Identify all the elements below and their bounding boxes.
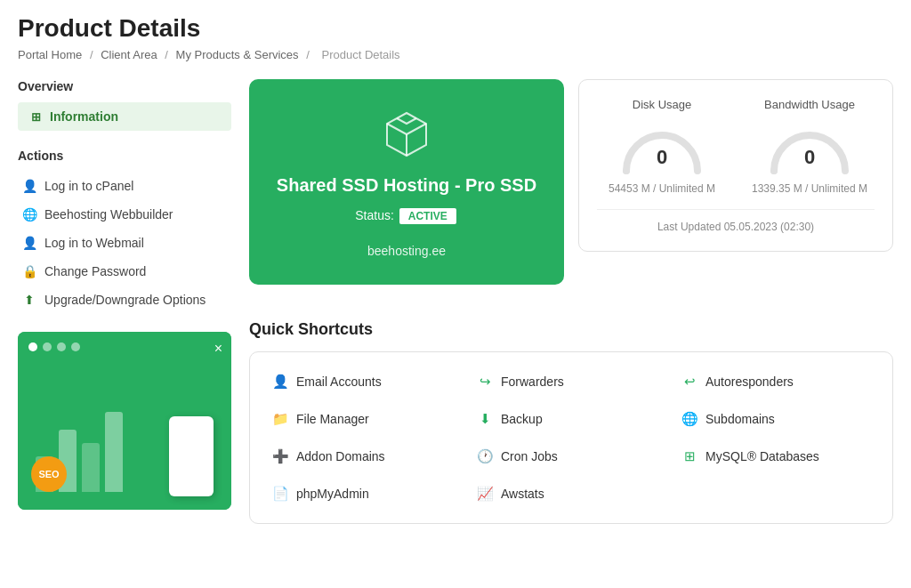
breadcrumb: Portal Home / Client Area / My Products … — [18, 48, 893, 61]
shortcut-awstats-label: Awstats — [501, 487, 544, 501]
stats-row: Disk Usage 0 54453 M / Unlimited M — [597, 98, 875, 195]
promo-seo-badge: SEO — [31, 456, 67, 492]
product-status-label: Status: — [355, 208, 394, 222]
action-change-password-label: Change Password — [44, 264, 146, 278]
shortcut-addon-domains-label: Addon Domains — [296, 449, 385, 463]
action-upgrade-downgrade[interactable]: ⬆ Upgrade/Downgrade Options — [18, 286, 231, 314]
shortcut-file-manager[interactable]: 📁 File Manager — [268, 407, 465, 431]
autoresponders-icon: ↩ — [681, 374, 698, 390]
disk-usage-sub: 54453 M / Unlimited M — [597, 182, 727, 195]
lock-icon: 🔒 — [21, 263, 37, 279]
shortcut-phpmyadmin-label: phpMyAdmin — [296, 487, 369, 501]
shortcut-forwarders-label: Forwarders — [501, 375, 564, 389]
shortcuts-box: 👤 Email Accounts ↪ Forwarders ↩ Autoresp… — [249, 351, 893, 524]
mail-icon: 👤 — [21, 235, 37, 251]
promo-dot-1[interactable] — [28, 342, 37, 351]
sidebar-item-label: Information — [50, 109, 118, 124]
shortcut-autoresponders[interactable]: ↩ Autoresponders — [677, 370, 875, 393]
shortcuts-title: Quick Shortcuts — [249, 320, 893, 339]
action-webbuilder-label: Beehosting Webbuilder — [44, 207, 173, 222]
breadcrumb-my-products[interactable]: My Products & Services — [176, 48, 299, 61]
actions-section-title: Actions — [18, 149, 231, 163]
product-name: Shared SSD Hosting - Pro SSD — [267, 175, 546, 196]
shortcut-cron-jobs[interactable]: 🕐 Cron Jobs — [472, 445, 670, 468]
cron-jobs-icon: 🕐 — [476, 448, 494, 464]
actions-section: Actions 👤 Log in to cPanel 🌐 Beehosting … — [18, 149, 231, 314]
disk-usage-label: Disk Usage — [597, 98, 727, 111]
stats-card: Disk Usage 0 54453 M / Unlimited M — [578, 79, 893, 252]
shortcut-file-manager-label: File Manager — [296, 412, 369, 426]
shortcut-cron-jobs-label: Cron Jobs — [501, 449, 558, 463]
sidebar: Overview ⊞ Information Actions 👤 Log in … — [18, 79, 231, 524]
shortcut-email-accounts-label: Email Accounts — [296, 375, 382, 389]
bandwidth-usage-label: Bandwidth Usage — [745, 98, 875, 111]
file-manager-icon: 📁 — [271, 411, 289, 427]
action-cpanel-label: Log in to cPanel — [44, 179, 133, 193]
breadcrumb-product-details: Product Details — [321, 48, 399, 61]
bandwidth-usage-sub: 1339.35 M / Unlimited M — [745, 182, 875, 195]
user-email-icon: 👤 — [271, 374, 289, 390]
action-webmail-label: Log in to Webmail — [44, 236, 144, 250]
disk-usage-value: 0 — [657, 146, 667, 169]
shortcut-addon-domains[interactable]: ➕ Addon Domains — [268, 445, 465, 468]
promo-close-button[interactable]: × — [214, 341, 222, 357]
promo-phone-illustration — [169, 416, 214, 496]
disk-usage-stat: Disk Usage 0 54453 M / Unlimited M — [597, 98, 727, 195]
breadcrumb-portal-home[interactable]: Portal Home — [18, 48, 82, 61]
shortcut-mysql-databases-label: MySQL® Databases — [705, 449, 819, 463]
top-section: Shared SSD Hosting - Pro SSD Status: ACT… — [249, 79, 893, 302]
promo-dot-2[interactable] — [43, 342, 52, 351]
backup-icon: ⬇ — [476, 411, 494, 427]
grid-icon: ⊞ — [28, 109, 43, 124]
breadcrumb-client-area[interactable]: Client Area — [101, 48, 157, 61]
bandwidth-gauge: 0 — [765, 122, 854, 175]
action-change-password[interactable]: 🔒 Change Password — [18, 257, 231, 286]
globe-icon: 🌐 — [21, 206, 37, 222]
promo-dots — [28, 342, 80, 351]
action-webmail[interactable]: 👤 Log in to Webmail — [18, 229, 231, 257]
box-3d-icon — [380, 106, 433, 159]
shortcut-email-accounts[interactable]: 👤 Email Accounts — [268, 370, 465, 393]
forwarders-icon: ↪ — [476, 374, 494, 390]
user-icon: 👤 — [21, 178, 37, 194]
promo-dot-4[interactable] — [71, 342, 80, 351]
action-cpanel[interactable]: 👤 Log in to cPanel — [18, 172, 231, 200]
action-upgrade-downgrade-label: Upgrade/Downgrade Options — [44, 293, 206, 307]
promo-banner: × SEO — [18, 332, 231, 510]
phpmyadmin-icon: 📄 — [271, 486, 289, 502]
product-domain: beehosting.ee — [267, 244, 546, 258]
disk-gauge: 0 — [617, 122, 706, 175]
shortcut-mysql-databases[interactable]: ⊞ MySQL® Databases — [677, 445, 875, 468]
stats-last-updated: Last Updated 05.05.2023 (02:30) — [597, 209, 875, 233]
sidebar-item-information[interactable]: ⊞ Information — [18, 102, 231, 131]
addon-domains-icon: ➕ — [271, 448, 289, 464]
shortcut-autoresponders-label: Autoresponders — [705, 375, 794, 389]
shortcut-empty-cell — [677, 482, 875, 505]
subdomains-icon: 🌐 — [681, 411, 698, 427]
shortcuts-grid: 👤 Email Accounts ↪ Forwarders ↩ Autoresp… — [268, 370, 875, 505]
bandwidth-usage-stat: Bandwidth Usage 0 1339.35 M / Unlimited … — [745, 98, 875, 195]
stats-card-wrapper: Disk Usage 0 54453 M / Unlimited M — [578, 79, 893, 302]
shortcut-subdomains[interactable]: 🌐 Subdomains — [677, 407, 875, 431]
promo-dot-3[interactable] — [57, 342, 66, 351]
upgrade-icon: ⬆ — [21, 292, 37, 308]
product-status-row: Status: ACTIVE — [267, 206, 546, 226]
shortcut-subdomains-label: Subdomains — [705, 412, 775, 426]
shortcut-awstats[interactable]: 📈 Awstats — [472, 482, 670, 505]
page-title: Product Details — [18, 14, 893, 43]
awstats-icon: 📈 — [476, 486, 494, 502]
shortcut-backup[interactable]: ⬇ Backup — [472, 407, 670, 431]
shortcut-phpmyadmin[interactable]: 📄 phpMyAdmin — [268, 482, 465, 505]
product-card-wrapper: Shared SSD Hosting - Pro SSD Status: ACT… — [249, 79, 564, 302]
shortcut-forwarders[interactable]: ↪ Forwarders — [472, 370, 670, 393]
overview-section-title: Overview — [18, 79, 231, 93]
status-badge: ACTIVE — [398, 206, 458, 226]
action-webbuilder[interactable]: 🌐 Beehosting Webbuilder — [18, 200, 231, 229]
product-card: Shared SSD Hosting - Pro SSD Status: ACT… — [249, 79, 564, 285]
product-icon — [267, 106, 546, 162]
shortcut-backup-label: Backup — [501, 412, 543, 426]
bandwidth-usage-value: 0 — [804, 146, 815, 169]
mysql-icon: ⊞ — [681, 448, 698, 464]
content-area: Shared SSD Hosting - Pro SSD Status: ACT… — [249, 79, 893, 524]
